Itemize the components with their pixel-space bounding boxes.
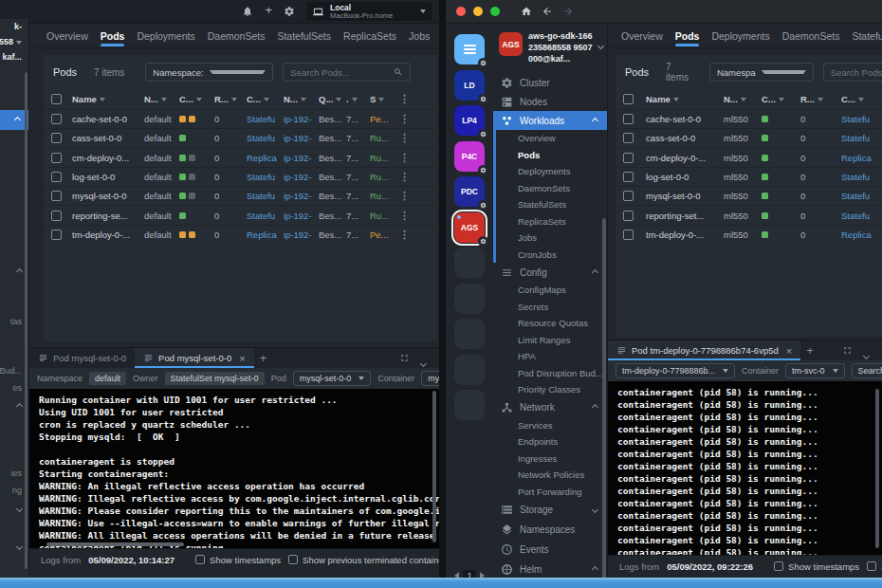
- tab-overview[interactable]: Overview: [46, 24, 88, 47]
- search-input[interactable]: Search Pods...: [283, 63, 411, 82]
- sidebar-subitem-resource-quotas[interactable]: Resource Quotas: [493, 315, 607, 332]
- sidebar-subitem-configmaps[interactable]: ConfigMaps: [493, 282, 607, 299]
- sidebar-subitem-ingresses[interactable]: Ingresses: [493, 450, 607, 468]
- controlled-by-link[interactable]: Replica: [841, 153, 882, 163]
- node-link[interactable]: ip-192-: [284, 191, 319, 201]
- sidebar-item-workloads[interactable]: Workloads: [493, 111, 607, 130]
- sidebar-subitem-overview[interactable]: Overview: [493, 130, 607, 147]
- row-menu-icon[interactable]: ⋮: [399, 210, 413, 222]
- controlled-by-link[interactable]: Statefu: [247, 172, 284, 182]
- row-checkbox[interactable]: [51, 211, 72, 221]
- cluster-rail-item-lp4[interactable]: LP4: [454, 105, 485, 136]
- show-timestamps-checkbox[interactable]: Show timestamps: [195, 555, 281, 565]
- control-select[interactable]: tm-svc-0: [785, 363, 845, 378]
- sidebar-item-network[interactable]: Network: [493, 398, 607, 417]
- search-input[interactable]: Search Pods...: [823, 63, 882, 82]
- table-row[interactable]: mysql-set-0-0ml5500Statefuip-192: [616, 186, 882, 205]
- home-icon[interactable]: [521, 6, 532, 17]
- node-link[interactable]: ip-192-: [284, 172, 319, 182]
- row-checkbox[interactable]: [51, 230, 72, 240]
- show-previous-checkbox[interactable]: Show previous terminated container: [288, 555, 439, 565]
- cluster-rail-item-ld[interactable]: LD: [454, 70, 485, 101]
- show-timestamps-checkbox[interactable]: Show timestamps: [774, 561, 859, 572]
- log-horizontal-scrollbar[interactable]: [46, 542, 184, 546]
- sidebar-item-cluster[interactable]: Cluster: [493, 73, 607, 92]
- tab-daemonsets[interactable]: DaemonSets: [208, 24, 266, 47]
- cluster-rail-item-catalog[interactable]: [454, 34, 485, 64]
- row-checkbox[interactable]: [51, 191, 72, 201]
- row-checkbox[interactable]: [51, 153, 72, 163]
- control-select[interactable]: mysql-set-0: [421, 371, 439, 386]
- column-header-item[interactable]: .: [346, 94, 370, 104]
- dock-tab-pod-mysql-set-0-0[interactable]: Pod mysql-set-0-0: [29, 348, 135, 368]
- column-header-c[interactable]: C...: [762, 94, 800, 104]
- column-header-n[interactable]: N...: [724, 94, 762, 104]
- controlled-by-link[interactable]: Statefu: [841, 172, 882, 182]
- column-header-r[interactable]: R...: [800, 94, 841, 104]
- sidebar-subitem-port-forwarding[interactable]: Port Forwarding: [493, 484, 607, 501]
- table-row[interactable]: log-set-0-0default0Statefuip-192-Bes...7…: [44, 167, 437, 186]
- sidebar-subitem-pods[interactable]: Pods: [493, 147, 607, 164]
- column-header-c[interactable]: C...: [841, 94, 882, 104]
- notifications-bell-icon[interactable]: [242, 6, 253, 17]
- cluster-rail-item-p4c[interactable]: P4C: [454, 141, 485, 172]
- forward-arrow-icon[interactable]: [562, 6, 574, 17]
- node-link[interactable]: ip-192-: [284, 211, 319, 221]
- row-checkbox[interactable]: [51, 114, 72, 124]
- add-tab-icon[interactable]: +: [806, 343, 814, 358]
- sidebar-subitem-services[interactable]: Services: [493, 417, 607, 434]
- row-checkbox[interactable]: [51, 172, 72, 182]
- sidebar-subitem-pod-disruption-bud[interactable]: Pod Disruption Bud...: [493, 365, 607, 382]
- tab-statefulsets[interactable]: StatefulSets: [277, 24, 331, 47]
- right-log-output[interactable]: containeragent (pid 58) is running...con…: [608, 381, 882, 555]
- row-menu-icon[interactable]: ⋮: [399, 171, 413, 183]
- table-row[interactable]: tm-deploy-0-...default0Replicaip-192-Bes…: [44, 225, 437, 244]
- column-header-r[interactable]: R...: [214, 94, 247, 104]
- cluster-rail-item-ags[interactable]: AGS: [454, 212, 485, 243]
- row-checkbox[interactable]: [623, 211, 646, 221]
- dock-tab-pod-tm-deploy-0-7798886b74-6vp5d[interactable]: Pod tm-deploy-0-7798886b74-6vp5d×: [608, 340, 800, 360]
- node-link[interactable]: ip-192-: [284, 114, 319, 124]
- minimize-window-icon[interactable]: [473, 7, 483, 16]
- tab-daemonsets[interactable]: DaemonSets: [782, 24, 840, 47]
- controlled-by-link[interactable]: Statefu: [247, 191, 284, 201]
- close-icon[interactable]: ×: [786, 345, 792, 357]
- table-row[interactable]: cm-deploy-0...default0Replicaip-192-Bes.…: [44, 148, 437, 167]
- controlled-by-link[interactable]: Statefu: [841, 114, 882, 124]
- controlled-by-link[interactable]: Statefu: [247, 114, 284, 124]
- node-link[interactable]: ip-192-: [284, 230, 319, 240]
- node-link[interactable]: ip-192-: [284, 153, 319, 163]
- sidebar-subitem-priority-classes[interactable]: Priority Classes: [493, 381, 607, 398]
- control-select[interactable]: mysql-set-0-0: [293, 371, 372, 386]
- row-checkbox[interactable]: [623, 153, 646, 163]
- table-row[interactable]: mysql-set-0-0default0Statefuip-192-Bes..…: [44, 186, 437, 205]
- row-menu-icon[interactable]: ⋮: [399, 229, 413, 241]
- tab-pods[interactable]: Pods: [101, 24, 125, 47]
- control-select[interactable]: Search...: [852, 363, 882, 378]
- table-row[interactable]: cass-set-0-0ml5500Statefuip-192: [616, 128, 882, 147]
- back-arrow-icon[interactable]: [542, 6, 553, 17]
- sidebar-item-namespaces[interactable]: Namespaces: [493, 520, 607, 540]
- row-checkbox[interactable]: [623, 191, 646, 201]
- sidebar-item-config[interactable]: Config: [493, 263, 607, 282]
- close-window-icon[interactable]: [456, 7, 466, 16]
- column-header-name[interactable]: Name: [646, 94, 724, 104]
- log-vertical-scrollbar[interactable]: [875, 389, 879, 548]
- table-row[interactable]: log-set-0-0ml5500Statefuip-192: [616, 167, 882, 186]
- column-header-q[interactable]: Q...: [319, 94, 346, 104]
- add-tab-icon[interactable]: +: [260, 351, 267, 365]
- show-previous-checkbox[interactable]: Show p: [867, 561, 882, 572]
- dock-tab-pod-mysql-set-0-0[interactable]: Pod mysql-set-0-0×: [135, 348, 254, 368]
- cluster-switcher[interactable]: Local MacBook-Pro.home: [306, 2, 432, 21]
- table-menu-icon[interactable]: ⋮: [399, 93, 413, 105]
- controlled-by-link[interactable]: Replica: [247, 153, 284, 163]
- sidebar-subitem-statefulsets[interactable]: StatefulSets: [493, 196, 607, 213]
- gear-badge-icon[interactable]: [478, 236, 488, 247]
- row-menu-icon[interactable]: ⋮: [399, 152, 413, 164]
- expand-icon[interactable]: [399, 353, 410, 363]
- sidebar-subitem-daemonsets[interactable]: DaemonSets: [493, 180, 607, 197]
- gear-badge-icon[interactable]: [478, 200, 488, 211]
- header-checkbox[interactable]: [623, 94, 646, 104]
- table-row[interactable]: cass-set-0-0default0Statefuip-192-Bes...…: [44, 128, 437, 147]
- settings-gear-icon[interactable]: [284, 6, 295, 17]
